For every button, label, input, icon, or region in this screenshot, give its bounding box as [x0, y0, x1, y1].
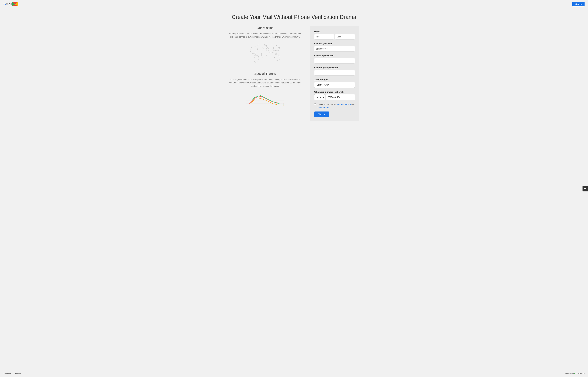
privacy-policy-link[interactable]: Privacy Policy	[318, 106, 329, 108]
sidebar-tab[interactable]: ❮	[583, 186, 588, 191]
logo-s: S	[3, 2, 6, 6]
mission-heading: Our Mission	[229, 26, 301, 30]
terms-row: I agree to the Syathiby Terms of Service…	[314, 103, 355, 109]
footer-brand: bi'idznillah	[576, 373, 585, 375]
mail-input[interactable]	[314, 46, 355, 51]
account-type-select[interactable]: Santri Ikhwan Santri Akhwat Asatidz Staf…	[314, 82, 355, 88]
name-row	[314, 34, 355, 39]
svg-point-13	[284, 104, 284, 105]
footer-link-mias[interactable]: The Mias	[14, 373, 21, 375]
footer-link-syathiby[interactable]: Syathiby	[3, 373, 11, 375]
main-content: Create Your Mail Without Phone Verificat…	[0, 8, 588, 370]
thanks-text: To Allah, walhamdulillah, Who predestine…	[229, 78, 301, 88]
terms-prefix: I agree to the Syathiby	[318, 103, 337, 106]
terms-checkbox[interactable]	[314, 103, 316, 106]
name-group: Name	[314, 30, 355, 39]
world-map	[246, 43, 284, 66]
terms-text: I agree to the Syathiby Terms of Service…	[318, 103, 355, 109]
signup-button[interactable]: Sign Up	[314, 111, 329, 117]
logo-mail: mail	[6, 2, 12, 6]
last-name-input[interactable]	[335, 34, 355, 39]
footer: Syathiby The Mias Made with ♥ bi'idznill…	[0, 370, 588, 377]
mission-text: Simplify email registration without the …	[229, 32, 301, 39]
thanks-heading: Special Thanks	[229, 72, 301, 76]
page-title: Create Your Mail Without Phone Verificat…	[232, 14, 356, 20]
line-chart	[246, 92, 284, 106]
svg-point-14	[284, 105, 284, 106]
footer-right: Made with ♥ bi'idznillah	[565, 373, 585, 375]
content-area: Our Mission Simplify email registration …	[215, 26, 374, 121]
form-panel: Name Choose your mail Create a password …	[310, 26, 359, 121]
first-name-input[interactable]	[314, 34, 334, 39]
confirm-label: Confirm your password	[314, 66, 355, 69]
left-panel: Our Mission Simplify email registration …	[229, 26, 301, 106]
whatsapp-label: Whatsapp number (optional)	[314, 91, 355, 93]
confirm-input[interactable]	[314, 70, 355, 75]
password-group: Create a password	[314, 54, 355, 63]
country-code-select[interactable]: +62 ▾ +1 +44	[314, 94, 325, 100]
whatsapp-input[interactable]	[326, 94, 355, 100]
whatsapp-group: Whatsapp number (optional) +62 ▾ +1 +44	[314, 91, 355, 100]
account-type-group: Account type Santri Ikhwan Santri Akhwat…	[314, 78, 355, 88]
svg-point-11	[260, 95, 261, 96]
password-input[interactable]	[314, 58, 355, 63]
footer-heart-icon: ♥	[574, 373, 576, 375]
terms-mid: and	[351, 103, 355, 106]
footer-made-with: Made with	[565, 373, 574, 375]
account-type-label: Account type	[314, 78, 355, 81]
confirm-group: Confirm your password	[314, 66, 355, 75]
sign-in-button[interactable]: Sign In	[572, 2, 585, 6]
mail-group: Choose your mail	[314, 42, 355, 51]
terms-of-service-link[interactable]: Terms of Service	[337, 103, 351, 106]
mail-label: Choose your mail	[314, 42, 355, 45]
logo: Smail	[3, 2, 18, 6]
header: Smail Sign In	[0, 0, 588, 8]
name-label: Name	[314, 30, 355, 33]
password-label: Create a password	[314, 54, 355, 57]
whatsapp-row: +62 ▾ +1 +44	[314, 94, 355, 100]
logo-m-icon	[12, 2, 18, 6]
footer-links: Syathiby The Mias	[3, 373, 21, 375]
